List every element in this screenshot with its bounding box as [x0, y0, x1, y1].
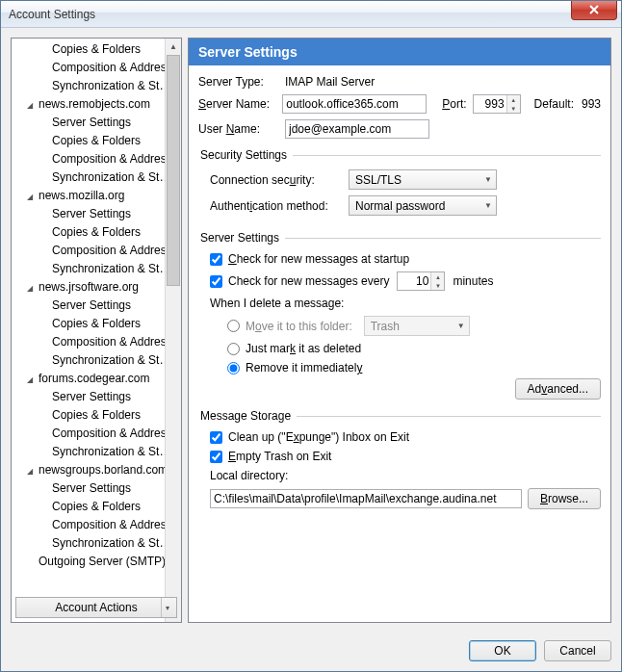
ok-button[interactable]: OK	[469, 640, 536, 661]
tree-item[interactable]: Copies & Folders	[12, 132, 181, 150]
tree-item[interactable]: Synchronization & Stor...	[12, 534, 181, 553]
spinner-down-icon[interactable]: ▼	[507, 104, 520, 113]
check-every-checkbox[interactable]	[210, 275, 222, 288]
tree-item[interactable]: Synchronization & Stor...	[12, 77, 181, 95]
account-settings-window: Account Settings Copies & FoldersComposi…	[0, 0, 622, 672]
spinner-up-icon[interactable]: ▲	[507, 95, 520, 104]
remove-immediately-label: Remove it immediately	[246, 361, 362, 375]
connection-security-value: SSL/TLS	[355, 173, 402, 187]
tree-item[interactable]: Server Settings	[12, 114, 181, 132]
browse-button[interactable]: Browse...	[528, 488, 601, 509]
tree-item[interactable]: Server Settings	[12, 388, 181, 406]
security-settings-legend: Security Settings	[198, 148, 293, 162]
tree-item[interactable]: Composition & Addres...	[12, 242, 181, 260]
spinner-up-icon[interactable]: ▲	[431, 272, 444, 281]
port-spinner[interactable]: ▲▼	[473, 94, 521, 114]
scroll-thumb[interactable]	[167, 55, 180, 286]
mark-deleted-radio[interactable]	[227, 343, 240, 355]
tree-item[interactable]: Composition & Addres...	[12, 150, 181, 168]
message-storage-group: Message Storage Clean up ("Expunge") Inb…	[198, 409, 601, 509]
mark-deleted-label: Just mark it as deleted	[246, 342, 361, 355]
dropdown-icon: ▾	[161, 598, 172, 617]
tree-item[interactable]: Copies & Folders	[12, 498, 181, 516]
chevron-down-icon: ▼	[484, 175, 492, 184]
local-directory-label: Local directory:	[210, 469, 288, 482]
account-tree[interactable]: Copies & FoldersComposition & Addres...S…	[12, 39, 181, 593]
ok-button-label: OK	[494, 644, 510, 658]
server-name-input[interactable]	[282, 94, 427, 114]
cancel-button[interactable]: Cancel	[544, 640, 611, 661]
move-folder-label: Move it to this folder:	[246, 320, 352, 333]
tree-item[interactable]: Copies & Folders	[12, 315, 181, 333]
tree-item[interactable]: Synchronization & Stor...	[12, 351, 181, 370]
dialog-footer: OK Cancel	[11, 631, 611, 661]
server-type-label: Server Type:	[198, 75, 285, 89]
tree-item[interactable]: newsgroups.borland.com	[12, 461, 181, 479]
server-settings-group: Server Settings Check for new messages a…	[198, 231, 601, 400]
connection-security-label: Connection security:	[210, 173, 349, 187]
empty-trash-label: Empty Trash on Exit	[228, 450, 331, 463]
expunge-label: Clean up ("Expunge") Inbox on Exit	[228, 430, 409, 444]
titlebar[interactable]: Account Settings	[1, 1, 621, 28]
tree-item[interactable]: news.jrsoftware.org	[12, 278, 181, 297]
account-tree-panel: Copies & FoldersComposition & Addres...S…	[11, 38, 182, 623]
move-folder-select: Trash ▼	[364, 316, 470, 336]
scroll-up-arrow[interactable]: ▲	[166, 39, 181, 55]
content-area: Copies & FoldersComposition & Addres...S…	[1, 28, 621, 671]
server-type-value: IMAP Mail Server	[285, 75, 375, 89]
tree-item[interactable]: Server Settings	[12, 205, 181, 223]
message-storage-legend: Message Storage	[198, 409, 297, 423]
panel-header: Server Settings	[189, 39, 610, 65]
spinner-down-icon[interactable]: ▼	[431, 281, 444, 290]
move-folder-value: Trash	[371, 320, 400, 333]
check-every-suffix: minutes	[453, 274, 493, 288]
close-icon	[589, 5, 599, 14]
browse-button-label: Browse...	[540, 492, 588, 505]
auth-method-select[interactable]: Normal password ▼	[349, 195, 497, 216]
tree-item[interactable]: Synchronization & Stor...	[12, 168, 181, 187]
account-actions-label: Account Actions	[55, 601, 137, 614]
tree-item[interactable]: Copies & Folders	[12, 223, 181, 242]
port-label: Port:	[442, 97, 466, 111]
tree-item[interactable]: Composition & Addres...	[12, 59, 181, 77]
tree-item[interactable]: Server Settings	[12, 479, 181, 498]
tree-item[interactable]: Composition & Addres...	[12, 425, 181, 443]
tree-item[interactable]: Server Settings	[12, 297, 181, 315]
connection-security-select[interactable]: SSL/TLS ▼	[349, 169, 497, 190]
tree-item[interactable]: Synchronization & Stor...	[12, 443, 181, 461]
when-delete-label: When I delete a message:	[210, 297, 344, 310]
close-button[interactable]	[571, 1, 617, 20]
port-input[interactable]	[474, 95, 506, 113]
tree-item[interactable]: Outgoing Server (SMTP)	[12, 553, 181, 571]
move-folder-radio[interactable]	[227, 320, 240, 332]
default-port-label: Default:	[534, 97, 574, 111]
tree-item[interactable]: Composition & Addres...	[12, 516, 181, 534]
tree-item[interactable]: news.mozilla.org	[12, 187, 181, 205]
default-port-value: 993	[582, 97, 601, 111]
tree-item[interactable]: Copies & Folders	[12, 406, 181, 425]
window-title: Account Settings	[9, 8, 95, 21]
security-settings-group: Security Settings Connection security: S…	[198, 148, 601, 221]
check-every-input[interactable]	[398, 272, 430, 290]
sidebar-scrollbar[interactable]: ▲ ▼	[165, 39, 181, 622]
remove-immediately-radio[interactable]	[227, 362, 240, 375]
local-directory-input[interactable]	[210, 489, 522, 508]
cancel-button-label: Cancel	[559, 644, 595, 658]
tree-item[interactable]: forums.codegear.com	[12, 370, 181, 388]
server-name-label: Server Name:	[198, 97, 282, 111]
account-actions-button[interactable]: Account Actions ▾	[15, 597, 177, 618]
check-every-spinner[interactable]: ▲▼	[397, 271, 445, 291]
chevron-down-icon: ▼	[484, 201, 492, 210]
auth-method-value: Normal password	[355, 199, 445, 213]
chevron-down-icon: ▼	[457, 322, 465, 330]
advanced-button[interactable]: Advanced...	[515, 378, 601, 400]
empty-trash-checkbox[interactable]	[210, 451, 222, 463]
check-startup-checkbox[interactable]	[210, 253, 222, 266]
tree-item[interactable]: Composition & Addres...	[12, 333, 181, 351]
tree-item[interactable]: news.remobjects.com	[12, 95, 181, 114]
tree-item[interactable]: Copies & Folders	[12, 40, 181, 59]
check-every-prefix: Check for new messages every	[228, 274, 389, 288]
tree-item[interactable]: Synchronization & Stor...	[12, 260, 181, 278]
user-name-input[interactable]	[285, 119, 429, 139]
expunge-checkbox[interactable]	[210, 431, 222, 444]
